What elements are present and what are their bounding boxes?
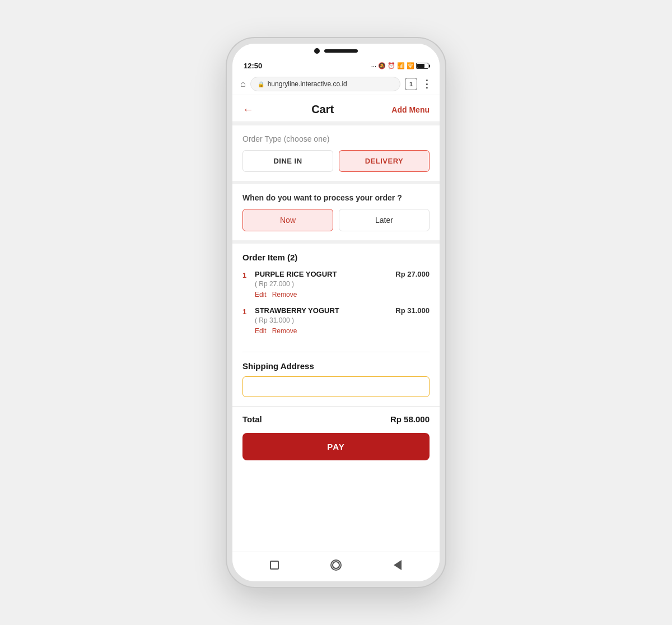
item-2-name: STRAWBERRY YOGURT (255, 306, 392, 315)
alarm-icon: ⏰ (388, 62, 395, 69)
order-item-2: 1 STRAWBERRY YOGURT ( Rp 31.000 ) Edit R… (242, 306, 430, 335)
dine-in-button[interactable]: DINE IN (242, 150, 333, 172)
item-1-total: Rp 27.000 (395, 270, 430, 278)
shipping-label: Shipping Address (242, 361, 430, 371)
url-text: hungryline.interactive.co.id (268, 80, 347, 88)
item-1-qty: 1 (242, 270, 251, 279)
vibrate-icon: 🔕 (378, 62, 386, 69)
browser-bar: ⌂ 🔒 hungryline.interactive.co.id 1 ⋮ (232, 73, 440, 95)
nav-circle-icon (330, 559, 342, 571)
later-button[interactable]: Later (339, 209, 430, 231)
signal-bars-icon: 📶 (397, 62, 405, 69)
signal-dots-icon: ··· (371, 63, 376, 69)
tab-icon[interactable]: 1 (405, 78, 417, 90)
shipping-address-input[interactable] (242, 376, 430, 397)
item-1-edit-button[interactable]: Edit (255, 291, 267, 298)
timing-buttons: Now Later (242, 209, 430, 231)
order-type-section: Order Type (choose one) DINE IN DELIVERY (232, 125, 440, 181)
nav-square-icon (270, 561, 279, 570)
lock-icon: 🔒 (258, 81, 264, 87)
camera-dot (314, 48, 320, 54)
order-items-section: Order Item (2) 1 PURPLE RICE YOGURT ( Rp… (232, 244, 440, 352)
item-1-actions: Edit Remove (255, 291, 392, 298)
notch-area (232, 44, 440, 55)
speaker-bar (324, 49, 358, 53)
app-content: ← Cart Add Menu Order Type (choose one) … (232, 95, 440, 552)
nav-back-button[interactable] (390, 558, 405, 572)
item-2-details: STRAWBERRY YOGURT ( Rp 31.000 ) Edit Rem… (255, 306, 392, 335)
order-type-label: Order Type (choose one) (242, 134, 430, 143)
now-button[interactable]: Now (242, 209, 333, 231)
phone-nav-bar (232, 552, 440, 581)
phone-frame: 12:50 ··· 🔕 ⏰ 📶 🛜 ⌂ 🔒 hungryline.interac… (227, 38, 445, 587)
timing-question: When do you want to process your order ? (242, 193, 430, 202)
nav-triangle-icon (394, 560, 402, 570)
add-menu-button[interactable]: Add Menu (391, 105, 430, 114)
nav-home-button[interactable] (329, 558, 343, 572)
total-label: Total (242, 414, 262, 424)
order-item-1: 1 PURPLE RICE YOGURT ( Rp 27.000 ) Edit … (242, 270, 430, 298)
pay-button-wrapper: PAY (232, 430, 440, 469)
item-1-name: PURPLE RICE YOGURT (255, 270, 392, 278)
wifi-icon: 🛜 (407, 62, 414, 69)
battery-icon (416, 63, 428, 69)
status-bar: 12:50 ··· 🔕 ⏰ 📶 🛜 (232, 55, 440, 73)
back-button[interactable]: ← (242, 103, 254, 116)
item-1-remove-button[interactable]: Remove (272, 291, 297, 298)
item-1-price-sub: ( Rp 27.000 ) (255, 280, 294, 288)
nav-square-button[interactable] (267, 558, 282, 572)
pay-button[interactable]: PAY (242, 433, 430, 460)
item-2-total: Rp 31.000 (395, 306, 430, 315)
item-1-details: PURPLE RICE YOGURT ( Rp 27.000 ) Edit Re… (255, 270, 392, 298)
total-row: Total Rp 58.000 (232, 406, 440, 430)
status-icons: ··· 🔕 ⏰ 📶 🛜 (371, 62, 428, 69)
order-items-header: Order Item (2) (242, 253, 430, 262)
item-2-price-sub: ( Rp 31.000 ) (255, 316, 294, 324)
timing-section: When do you want to process your order ?… (232, 184, 440, 240)
order-type-hint: (choose one) (284, 134, 330, 143)
url-bar[interactable]: 🔒 hungryline.interactive.co.id (250, 77, 400, 91)
total-amount: Rp 58.000 (390, 414, 430, 424)
app-header: ← Cart Add Menu (232, 95, 440, 122)
shipping-section: Shipping Address (232, 352, 440, 406)
item-2-actions: Edit Remove (255, 327, 392, 335)
delivery-button[interactable]: DELIVERY (339, 150, 430, 172)
status-time: 12:50 (244, 62, 262, 70)
item-2-edit-button[interactable]: Edit (255, 327, 267, 335)
item-2-qty: 1 (242, 306, 251, 316)
home-icon[interactable]: ⌂ (240, 79, 246, 89)
order-type-buttons: DINE IN DELIVERY (242, 150, 430, 172)
item-2-remove-button[interactable]: Remove (272, 327, 297, 335)
browser-menu-icon[interactable]: ⋮ (422, 78, 432, 90)
page-title: Cart (311, 103, 334, 116)
